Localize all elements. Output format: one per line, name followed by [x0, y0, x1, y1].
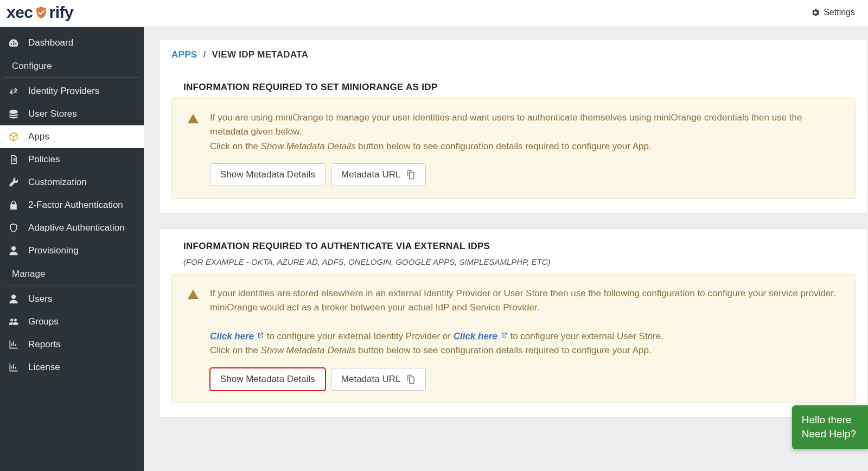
brand-logo: xec rify	[7, 3, 73, 22]
sidebar-item-reports[interactable]: Reports	[0, 333, 144, 356]
main-content: APPS / VIEW IDP METADATA INFORMATION REQ…	[144, 27, 868, 471]
panel-idp-metadata: APPS / VIEW IDP METADATA INFORMATION REQ…	[159, 39, 868, 213]
sidebar-item-dashboard[interactable]: Dashboard	[0, 31, 144, 54]
panel2-alert-line1: If your identities are stored elsewhere …	[210, 287, 843, 315]
document-icon	[8, 154, 20, 165]
sidebar-item-license[interactable]: License	[0, 356, 144, 379]
sidebar-item-label: Adaptive Authentication	[28, 222, 125, 233]
sidebar-item-user-stores[interactable]: User Stores	[0, 103, 144, 125]
sidebar-item-label: Groups	[28, 316, 59, 327]
sidebar-item-label: License	[28, 362, 60, 373]
chart-icon	[8, 339, 20, 350]
settings-label: Settings	[824, 8, 855, 17]
warning-icon	[187, 289, 199, 301]
panel1-alert-line2: Click on the Show Metadata Details butto…	[210, 139, 843, 154]
lock-icon	[8, 200, 20, 211]
panel2-subtitle: (FOR EXAMPLE - OKTA, AZURE AD, ADFS, ONE…	[171, 257, 856, 274]
users-icon	[8, 316, 20, 327]
warning-icon	[187, 113, 199, 125]
show-metadata-details-button[interactable]: Show Metadata Details	[210, 163, 326, 186]
help-line1: Hello there	[802, 413, 856, 428]
breadcrumb-current: VIEW IDP METADATA	[212, 49, 309, 60]
metadata-url-button[interactable]: Metadata URL	[331, 163, 426, 186]
sidebar-item-groups[interactable]: Groups	[0, 310, 144, 333]
sidebar-item-provisioning[interactable]: Provisioning	[0, 239, 144, 262]
breadcrumb-separator: /	[203, 49, 206, 60]
copy-icon	[406, 170, 416, 180]
help-line2: Need Help?	[802, 427, 856, 442]
box-icon	[8, 131, 20, 142]
wrench-icon	[8, 177, 20, 188]
sidebar-item-label: Provisioning	[28, 245, 79, 256]
sidebar-item-identity-providers[interactable]: Identity Providers	[0, 80, 144, 103]
panel1-title: INFORMATION REQUIRED TO SET MINIORANGE A…	[171, 82, 856, 98]
panel2-alert-line3: Click on the Show Metadata Details butto…	[210, 343, 843, 358]
dashboard-icon	[8, 37, 20, 48]
breadcrumb: APPS / VIEW IDP METADATA	[159, 40, 867, 70]
shield-outline-icon	[8, 222, 20, 233]
database-icon	[8, 109, 20, 119]
copy-icon	[406, 374, 416, 384]
sidebar-item-users[interactable]: Users	[0, 288, 144, 310]
sidebar-item-label: Apps	[28, 131, 49, 142]
sidebar-item-label: Identity Providers	[28, 86, 99, 97]
sidebar-item-adaptive-auth[interactable]: Adaptive Authentication	[0, 217, 144, 239]
panel2-alert: If your identities are stored elsewhere …	[171, 274, 856, 403]
panel2-alert-links: Click here to configure your external Id…	[210, 329, 843, 343]
panel1-alert: If you are using miniOrange to manage yo…	[171, 98, 856, 199]
help-widget[interactable]: Hello there Need Help?	[792, 405, 868, 449]
user-icon	[8, 245, 20, 256]
configure-user-store-link[interactable]: Click here	[454, 331, 508, 341]
metadata-url-button[interactable]: Metadata URL	[331, 368, 426, 391]
shield-icon	[34, 5, 48, 20]
metadata-url-label: Metadata URL	[341, 169, 401, 180]
configure-idp-link[interactable]: Click here	[210, 331, 264, 341]
breadcrumb-root[interactable]: APPS	[171, 49, 197, 60]
metadata-url-label: Metadata URL	[341, 374, 401, 385]
swap-icon	[8, 86, 20, 97]
sidebar-section-configure: Configure	[4, 55, 139, 78]
chart-icon	[8, 362, 20, 373]
user-icon	[8, 294, 20, 304]
top-header: xec rify Settings	[0, 0, 868, 27]
sidebar-item-label: Users	[28, 294, 52, 304]
show-metadata-details-button[interactable]: Show Metadata Details	[210, 368, 326, 391]
sidebar-item-label: 2-Factor Authentication	[28, 200, 123, 211]
sidebar-item-label: Customization	[28, 177, 87, 188]
sidebar-item-label: Dashboard	[28, 37, 73, 48]
panel-external-idps: INFORMATION REQUIRED TO AUTHENTICATE VIA…	[159, 228, 868, 418]
sidebar-item-apps[interactable]: Apps	[0, 125, 144, 148]
sidebar-item-policies[interactable]: Policies	[0, 148, 144, 171]
gear-icon	[810, 8, 820, 17]
panel2-title: INFORMATION REQUIRED TO AUTHENTICATE VIA…	[171, 241, 856, 257]
sidebar-item-label: User Stores	[28, 109, 77, 119]
settings-link[interactable]: Settings	[810, 8, 855, 17]
sidebar-item-2fa[interactable]: 2-Factor Authentication	[0, 194, 144, 217]
brand-left: xec	[7, 3, 33, 22]
sidebar-item-label: Reports	[28, 339, 61, 350]
sidebar: Dashboard Configure Identity Providers U…	[0, 27, 144, 471]
brand-right: rify	[49, 3, 74, 22]
panel1-alert-line1: If you are using miniOrange to manage yo…	[210, 111, 843, 139]
sidebar-item-label: Policies	[28, 154, 60, 165]
sidebar-item-customization[interactable]: Customization	[0, 171, 144, 194]
sidebar-section-manage: Manage	[4, 263, 139, 285]
